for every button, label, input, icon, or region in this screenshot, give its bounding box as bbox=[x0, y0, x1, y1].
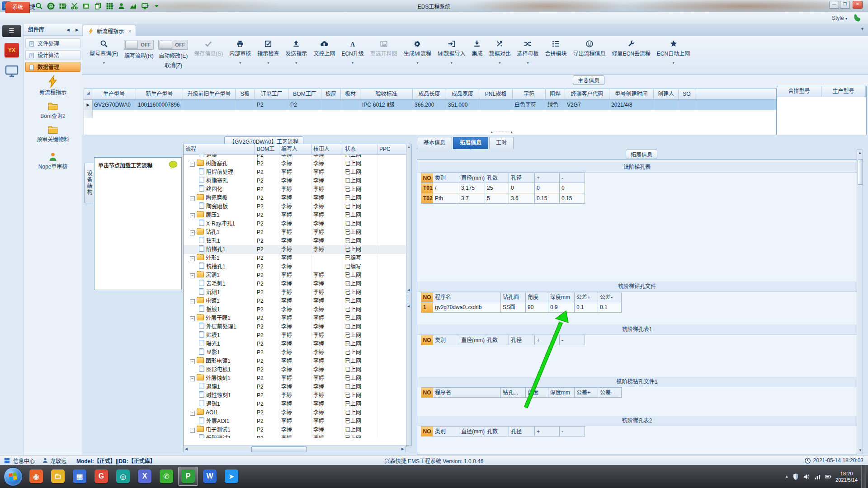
tree-hscrollbar[interactable]: ◀ ▶ bbox=[183, 446, 406, 452]
process-node-label[interactable]: 树脂塞孔 bbox=[206, 160, 227, 167]
process-row[interactable]: 外层前处理1P2李婷李婷已上网 bbox=[184, 323, 406, 331]
quick-copy-button[interactable] bbox=[94, 2, 102, 10]
hscroll-thumb[interactable] bbox=[251, 446, 307, 452]
ribbon-button-instruction-check[interactable]: 指示检查▾ bbox=[254, 39, 282, 66]
process-node-label[interactable]: 退膜1 bbox=[206, 384, 220, 390]
process-row[interactable]: 显影1P2李婷李婷已上网 bbox=[184, 348, 406, 357]
process-node-label[interactable]: 陶瓷磨板 bbox=[206, 195, 227, 201]
taskbar-folder-yellow[interactable]: 🗀 bbox=[48, 467, 68, 486]
process-row[interactable]: 板镀1P2李婷李婷已上网 bbox=[184, 305, 406, 314]
tree-column-header[interactable]: 核审人 bbox=[311, 144, 343, 155]
process-row[interactable]: 低阻测试1P2李婷李婷已上网 bbox=[184, 434, 406, 438]
process-node-label[interactable]: 层压1 bbox=[206, 212, 220, 218]
ribbon-button-gen-mi-flow[interactable]: 生成MI流程▾ bbox=[401, 39, 434, 66]
process-node-label[interactable]: 低阻测试1 bbox=[206, 435, 231, 438]
show-desktop-button[interactable] bbox=[861, 465, 866, 488]
process-node-label[interactable]: X-Ray冲孔1 bbox=[206, 221, 235, 227]
tree-column-header[interactable]: PPC bbox=[377, 144, 403, 155]
tree-column-header[interactable]: BOM工厂 bbox=[255, 144, 279, 155]
ribbon-button-export-flow-info[interactable]: 导出流程信息 bbox=[570, 39, 609, 58]
process-row[interactable]: −钻孔1P2李婷李婷已上网 bbox=[184, 228, 406, 237]
process-row[interactable]: 终固化P2李婷李婷已上网 bbox=[184, 185, 406, 194]
expand-icon[interactable]: − bbox=[190, 428, 195, 433]
process-node-label[interactable]: 图形电镀1 bbox=[206, 366, 231, 373]
toggle-start-modify[interactable]: OFF启动修改(E)取消(Z) bbox=[158, 40, 188, 69]
expand-icon[interactable]: − bbox=[190, 376, 195, 381]
process-node-label[interactable]: 外层AOI1 bbox=[206, 418, 229, 424]
expand-icon[interactable]: − bbox=[190, 411, 195, 416]
style-selector[interactable]: Style ▾ bbox=[832, 15, 847, 21]
dropdown-arrow-icon[interactable]: ▾ bbox=[267, 61, 269, 65]
quick-search-button[interactable] bbox=[35, 2, 43, 10]
taskbar-browser-orange[interactable]: ◉ bbox=[26, 467, 46, 486]
dropdown-arrow-icon[interactable]: ▾ bbox=[527, 61, 528, 65]
dropdown-arrow-icon[interactable]: ▾ bbox=[103, 61, 105, 65]
ribbon-button-send-instruction[interactable]: 发送指示▾ bbox=[282, 39, 310, 66]
process-node-label[interactable]: 沉铜1 bbox=[206, 272, 220, 278]
column-header[interactable]: 板材 bbox=[341, 89, 360, 99]
taskbar-compass-teal[interactable]: ◎ bbox=[113, 467, 133, 486]
grid-icon[interactable] bbox=[4, 457, 10, 464]
process-node-label[interactable]: 板镀1 bbox=[206, 306, 220, 313]
column-header[interactable]: 升级前旧生产型号 bbox=[183, 89, 236, 99]
expand-icon[interactable]: − bbox=[190, 299, 195, 304]
minimize-button[interactable]: — bbox=[829, 1, 839, 9]
vscroll-thumb[interactable] bbox=[858, 159, 863, 185]
column-header[interactable]: 生产型号 bbox=[821, 86, 866, 97]
ribbon-button-doc-upload[interactable]: 文控上网 bbox=[310, 39, 338, 58]
ribbon-button-ecn-auto-upload[interactable]: ECN自动上网▾ bbox=[654, 39, 693, 66]
ribbon-button-merge-module[interactable]: 合拼模块 bbox=[542, 39, 570, 58]
process-node-label[interactable]: 终固化 bbox=[206, 186, 222, 192]
sidebar-item-design-algorithm[interactable]: 设计算法 bbox=[25, 50, 80, 60]
ribbon-button-fix-ecn-flow[interactable]: 修复ECN丢流程 bbox=[609, 39, 654, 58]
column-header[interactable]: S板 bbox=[236, 89, 255, 99]
process-row[interactable]: 曝光1P2李婷李婷已上网 bbox=[184, 340, 406, 348]
process-row[interactable]: 退锡1P2李婷李婷已上网 bbox=[184, 400, 406, 408]
process-node-label[interactable]: AOI1 bbox=[206, 409, 218, 416]
tree-column-header[interactable]: 编写人 bbox=[279, 144, 311, 155]
ribbon-button-internal-audit[interactable]: 内部审核▾ bbox=[226, 39, 254, 66]
sidebar-tool-new-flow-instruction[interactable]: 新流程指示 bbox=[24, 75, 82, 96]
quick-dropdown-button[interactable] bbox=[153, 2, 160, 10]
dropdown-arrow-icon[interactable]: ▾ bbox=[295, 61, 297, 65]
process-node-label[interactable]: 沉铜1 bbox=[206, 289, 220, 296]
scroll-down-icon[interactable]: ▼ bbox=[859, 447, 862, 453]
process-row[interactable]: 树脂塞孔P2李婷李婷已上网 bbox=[184, 177, 406, 185]
column-header[interactable]: 板厚 bbox=[321, 89, 341, 99]
process-row[interactable]: 碱性蚀刻1P2李婷李婷已上网 bbox=[184, 391, 406, 400]
process-node-label[interactable]: 钻孔1 bbox=[206, 229, 220, 235]
process-row[interactable]: 陶瓷磨板P2李婷李婷已上网 bbox=[184, 202, 406, 211]
sidebar-item-data-management[interactable]: 数据管理 bbox=[25, 62, 80, 72]
process-row[interactable]: 退膜1P2李婷李婷已上网 bbox=[184, 383, 406, 391]
quick-film-button[interactable] bbox=[82, 2, 90, 10]
process-node-label[interactable]: 图形电镀1 bbox=[206, 358, 231, 364]
sidebar-item-file-process[interactable]: 文件处理 bbox=[25, 38, 80, 48]
process-node-label[interactable]: 铣槽孔1 bbox=[206, 263, 226, 270]
process-row[interactable]: 阶梯孔1P2李婷李婷已上网 bbox=[184, 245, 406, 254]
scroll-left-icon[interactable]: ◀ bbox=[185, 446, 188, 452]
expand-icon[interactable]: − bbox=[190, 196, 195, 201]
column-header[interactable]: BOM工厂 bbox=[288, 89, 321, 99]
process-row[interactable]: −陶瓷磨板P2李婷李婷已上网 bbox=[184, 194, 406, 202]
hamburger-menu-button[interactable]: ☰ bbox=[2, 25, 21, 37]
nav-forward-icon[interactable]: ▶ bbox=[75, 24, 79, 36]
expand-icon[interactable]: − bbox=[190, 273, 195, 278]
sidebar-tool-bom-query2[interactable]: Bom查询2 bbox=[24, 101, 82, 119]
tab-new-flow-instruction[interactable]: 新流程指示 × bbox=[83, 25, 136, 37]
process-row[interactable]: −沉铜1P2李婷李婷已上网 bbox=[184, 271, 406, 280]
tree-scrollbar[interactable]: ▲ ◀·····◀ bbox=[406, 144, 412, 446]
column-header[interactable]: 阻焊 bbox=[546, 89, 565, 99]
tab-basic-info[interactable]: 基本信息 bbox=[417, 137, 452, 149]
column-header[interactable]: 新生产型号 bbox=[136, 89, 183, 99]
column-header[interactable]: 成品长度 bbox=[413, 89, 446, 99]
start-button[interactable] bbox=[4, 467, 23, 486]
column-header[interactable]: 成品宽度 bbox=[446, 89, 479, 99]
ribbon-button-model-query[interactable]: 型号查询(F)▾ bbox=[86, 39, 121, 66]
column-header[interactable]: 字符 bbox=[513, 89, 546, 99]
process-node-label[interactable]: 碱性蚀刻1 bbox=[206, 392, 231, 399]
info-center-label[interactable]: 信息中心 bbox=[13, 457, 35, 465]
battery-icon[interactable] bbox=[825, 473, 832, 480]
process-row[interactable]: −外层干膜1P2李婷李婷已上网 bbox=[184, 314, 406, 323]
dropdown-arrow-icon[interactable]: ▾ bbox=[499, 61, 500, 65]
volume-icon[interactable] bbox=[803, 473, 810, 480]
